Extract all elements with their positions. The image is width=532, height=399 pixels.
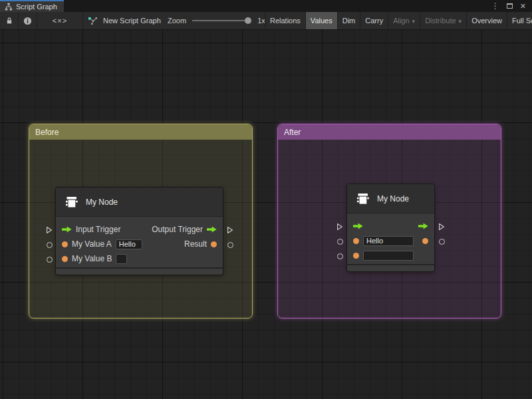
node-footer [347, 264, 434, 271]
graph-hierarchy-icon [5, 3, 13, 11]
value-b-row: My Value B [56, 251, 223, 266]
fullscreen-button[interactable]: Full Screen [507, 12, 532, 29]
value-port-circle-icon[interactable] [47, 257, 53, 263]
value-a-label: My Value A [72, 239, 112, 249]
node-icon [64, 194, 80, 210]
group-before-header[interactable]: Before [29, 124, 252, 140]
value-a-input[interactable] [116, 239, 142, 249]
graph-canvas[interactable]: Before After My Node [0, 30, 532, 399]
value-in-port-icon[interactable] [62, 241, 68, 247]
value-port-circle-icon[interactable] [337, 253, 343, 259]
value-out-port-icon[interactable] [422, 238, 428, 244]
value-port-circle-icon[interactable] [439, 239, 445, 245]
flow-in-port-icon[interactable] [353, 223, 363, 229]
tab-script-graph[interactable]: Script Graph [0, 0, 64, 12]
port-slot [225, 223, 235, 237]
maximize-icon[interactable] [507, 3, 513, 9]
port-slot [334, 219, 345, 234]
value-in-port-icon[interactable] [62, 256, 68, 262]
port-slot [44, 223, 55, 237]
port-slot [44, 252, 55, 267]
value-a-row: My Value A Result [56, 237, 223, 251]
zoom-value: 1x [257, 17, 265, 25]
port-slot [334, 249, 345, 263]
node-icon [355, 191, 371, 207]
node-title: My Node [86, 198, 118, 207]
port-slot [436, 219, 447, 234]
script-graph-window: Script Graph ⋮ ✕ [0, 0, 532, 399]
toolbar: <×> New Script Graph Zoom 1x Relations [0, 12, 532, 30]
value-in-port-icon[interactable] [353, 253, 359, 259]
value-b-row [347, 248, 434, 263]
info-icon [23, 17, 32, 25]
zoom-slider[interactable] [192, 20, 249, 21]
port-slot [334, 234, 345, 249]
view-options: Relations Values Dim Carry Align ▾ Distr… [265, 12, 532, 29]
inspect-code-button[interactable]: <×> [37, 12, 83, 29]
node-after-body [347, 213, 434, 263]
node-before-right-ports [225, 223, 235, 252]
dim-button[interactable]: Dim [337, 12, 360, 29]
zoom-label: Zoom [168, 17, 186, 25]
code-icon: <×> [53, 17, 67, 25]
group-after-title: After [284, 128, 301, 137]
overview-button[interactable]: Overview [466, 12, 507, 29]
node-after-header: My Node [347, 184, 434, 213]
lock-icon [5, 17, 13, 25]
value-a-input[interactable] [363, 236, 414, 246]
toolbar-left-group: <×> [0, 12, 83, 29]
info-button[interactable] [19, 12, 37, 29]
port-slot [436, 234, 447, 249]
value-b-input[interactable] [363, 251, 414, 261]
port-slot [44, 237, 55, 252]
value-port-circle-icon[interactable] [227, 242, 233, 248]
graph-breadcrumb[interactable]: New Script Graph [88, 12, 161, 29]
flow-port-triangle-icon[interactable] [46, 226, 53, 234]
trigger-row [347, 219, 434, 233]
window-menu-icon[interactable]: ⋮ [491, 1, 499, 11]
value-b-input[interactable] [116, 254, 127, 264]
align-dropdown[interactable]: Align ▾ [388, 12, 420, 29]
values-button[interactable]: Values [305, 12, 337, 29]
zoom-slider-handle[interactable] [245, 17, 251, 24]
value-b-label: My Value B [72, 254, 112, 263]
flow-in-port-icon[interactable] [62, 226, 72, 233]
trigger-row: Input Trigger Output Trigger [56, 222, 223, 237]
flow-port-triangle-icon[interactable] [438, 223, 445, 231]
node-after-right-ports [436, 219, 447, 249]
node-after[interactable]: My Node [347, 184, 434, 271]
node-before-header: My Node [56, 188, 223, 217]
group-before-title: Before [35, 128, 59, 137]
node-footer [56, 267, 223, 274]
port-slot [225, 237, 235, 252]
chevron-down-icon: ▾ [459, 18, 462, 25]
flow-port-triangle-icon[interactable] [227, 226, 233, 234]
flow-port-triangle-icon[interactable] [336, 223, 343, 231]
node-before[interactable]: My Node Input Trigger Output Trigger [56, 188, 223, 275]
value-port-circle-icon[interactable] [47, 242, 53, 248]
value-port-circle-icon[interactable] [337, 239, 343, 245]
result-label: Result [184, 239, 207, 249]
node-before-left-ports [44, 223, 55, 267]
lock-button[interactable] [0, 12, 19, 29]
script-graph-icon [88, 17, 98, 25]
graph-name-label: New Script Graph [103, 17, 161, 25]
zoom-control: Zoom 1x [168, 12, 265, 29]
node-after-left-ports [334, 219, 345, 263]
input-trigger-label: Input Trigger [76, 225, 120, 234]
output-trigger-label: Output Trigger [152, 225, 203, 234]
carry-button[interactable]: Carry [360, 12, 388, 29]
value-a-row [347, 233, 434, 248]
group-after-header[interactable]: After [278, 124, 501, 140]
distribute-dropdown[interactable]: Distribute ▾ [420, 12, 466, 29]
value-out-port-icon[interactable] [211, 241, 217, 247]
flow-out-port-icon[interactable] [207, 226, 217, 233]
close-icon[interactable]: ✕ [520, 2, 526, 11]
chevron-down-icon: ▾ [412, 18, 416, 25]
node-title: My Node [377, 194, 409, 203]
tab-bar: Script Graph ⋮ ✕ [0, 0, 532, 12]
flow-out-port-icon[interactable] [418, 223, 428, 229]
node-before-body: Input Trigger Output Trigger My Value A … [56, 217, 223, 266]
value-in-port-icon[interactable] [353, 238, 359, 244]
relations-button[interactable]: Relations [265, 12, 305, 29]
